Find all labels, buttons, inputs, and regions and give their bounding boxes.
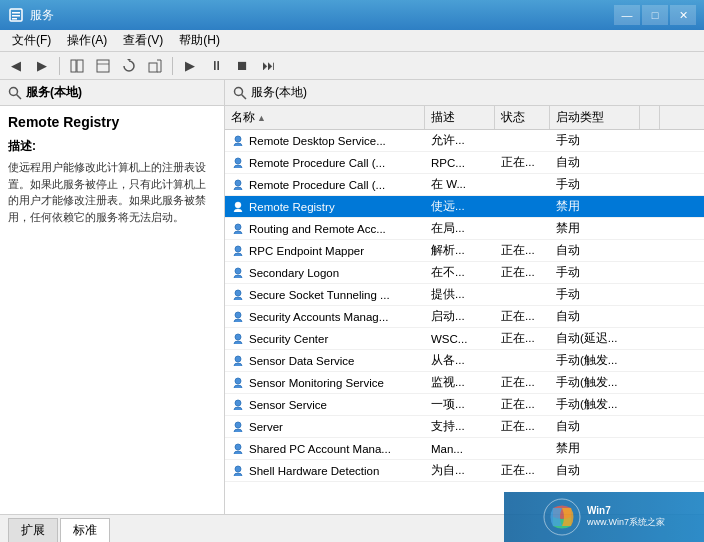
table-row[interactable]: Security Accounts Manag... 启动... 正在... 自… — [225, 306, 704, 328]
cell-status — [495, 350, 550, 371]
service-icon — [231, 200, 245, 214]
cell-startup: 手动 — [550, 174, 640, 195]
watermark-text: Win7 www.Win7系统之家 — [587, 505, 665, 529]
window-controls[interactable]: — □ ✕ — [614, 5, 696, 25]
menu-action[interactable]: 操作(A) — [59, 30, 115, 51]
cell-startup: 自动 — [550, 152, 640, 173]
table-row[interactable]: Shared PC Account Mana... Man... 禁用 — [225, 438, 704, 460]
menu-file[interactable]: 文件(F) — [4, 30, 59, 51]
cell-desc: 解析... — [425, 240, 495, 261]
service-icon — [231, 464, 245, 478]
menu-view[interactable]: 查看(V) — [115, 30, 171, 51]
col-startup[interactable]: 启动类型 — [550, 106, 640, 129]
cell-name: Remote Procedure Call (... — [225, 152, 425, 173]
service-icon — [231, 222, 245, 236]
svg-rect-6 — [97, 60, 109, 72]
cell-desc: 监视... — [425, 372, 495, 393]
svg-rect-4 — [71, 60, 76, 72]
col-desc[interactable]: 描述 — [425, 106, 495, 129]
svg-point-22 — [235, 312, 241, 318]
table-row[interactable]: Remote Registry 使远... 禁用 — [225, 196, 704, 218]
table-row[interactable]: Remote Procedure Call (... RPC... 正在... … — [225, 152, 704, 174]
cell-pad — [640, 460, 660, 481]
cell-status: 正在... — [495, 240, 550, 261]
table-row[interactable]: Secondary Logon 在不... 正在... 手动 — [225, 262, 704, 284]
table-row[interactable]: Remote Procedure Call (... 在 W... 手动 — [225, 174, 704, 196]
cell-pad — [640, 306, 660, 327]
svg-rect-5 — [77, 60, 83, 72]
svg-point-24 — [235, 356, 241, 362]
svg-point-15 — [235, 158, 241, 164]
col-name[interactable]: 名称 ▲ — [225, 106, 425, 129]
restart-button[interactable]: ⏭ — [256, 55, 280, 77]
selected-service-title: Remote Registry — [8, 114, 216, 130]
right-panel-header: 服务(本地) — [225, 80, 704, 106]
cell-status: 正在... — [495, 416, 550, 437]
cell-startup: 自动 — [550, 240, 640, 261]
back-button[interactable]: ◀ — [4, 55, 28, 77]
cell-startup: 禁用 — [550, 196, 640, 217]
table-body: Remote Desktop Service... 允许... 手动 Remot… — [225, 130, 704, 482]
cell-pad — [640, 130, 660, 151]
right-panel-title: 服务(本地) — [251, 84, 307, 101]
main-layout: 服务(本地) Remote Registry 描述: 使远程用户能修改此计算机上… — [0, 80, 704, 514]
cell-status: 正在... — [495, 152, 550, 173]
table-row[interactable]: Secure Socket Tunneling ... 提供... 手动 — [225, 284, 704, 306]
cell-pad — [640, 262, 660, 283]
bottom-tabs: 扩展 标准 Win7 www.Win7系统之家 — [0, 514, 704, 542]
cell-startup: 手动(触发... — [550, 394, 640, 415]
table-row[interactable]: Shell Hardware Detection 为自... 正在... 自动 — [225, 460, 704, 482]
table-row[interactable]: RPC Endpoint Mapper 解析... 正在... 自动 — [225, 240, 704, 262]
cell-name: Sensor Service — [225, 394, 425, 415]
cell-desc: 为自... — [425, 460, 495, 481]
stop-button[interactable]: ⏹ — [230, 55, 254, 77]
table-row[interactable]: Sensor Service 一项... 正在... 手动(触发... — [225, 394, 704, 416]
cell-status — [495, 284, 550, 305]
title-bar: 服务 — □ ✕ — [0, 0, 704, 30]
cell-status — [495, 174, 550, 195]
cell-pad — [640, 284, 660, 305]
table-row[interactable]: Security Center WSC... 正在... 自动(延迟... — [225, 328, 704, 350]
svg-line-11 — [17, 94, 22, 99]
cell-desc: 一项... — [425, 394, 495, 415]
cell-pad — [640, 240, 660, 261]
table-row[interactable]: Routing and Remote Acc... 在局... 禁用 — [225, 218, 704, 240]
svg-rect-9 — [149, 63, 157, 72]
play-button[interactable]: ▶ — [178, 55, 202, 77]
table-row[interactable]: Remote Desktop Service... 允许... 手动 — [225, 130, 704, 152]
cell-status — [495, 196, 550, 217]
cell-name: Remote Registry — [225, 196, 425, 217]
table-row[interactable]: Sensor Monitoring Service 监视... 正在... 手动… — [225, 372, 704, 394]
menu-help[interactable]: 帮助(H) — [171, 30, 228, 51]
cell-desc: 在不... — [425, 262, 495, 283]
cell-desc: 在局... — [425, 218, 495, 239]
svg-point-17 — [235, 202, 241, 208]
tab-standard[interactable]: 标准 — [60, 518, 110, 542]
cell-name: Secure Socket Tunneling ... — [225, 284, 425, 305]
cell-startup: 自动 — [550, 416, 640, 437]
service-icon — [231, 244, 245, 258]
table-row[interactable]: Sensor Data Service 从各... 手动(触发... — [225, 350, 704, 372]
forward-button[interactable]: ▶ — [30, 55, 54, 77]
cell-name: Server — [225, 416, 425, 437]
services-table[interactable]: 名称 ▲ 描述 状态 启动类型 Remote Desktop Servi — [225, 106, 704, 514]
view-button[interactable] — [91, 55, 115, 77]
tab-expand[interactable]: 扩展 — [8, 518, 58, 542]
minimize-button[interactable]: — — [614, 5, 640, 25]
refresh-button[interactable] — [117, 55, 141, 77]
cell-startup: 自动(延迟... — [550, 328, 640, 349]
export-button[interactable] — [143, 55, 167, 77]
table-row[interactable]: Server 支持... 正在... 自动 — [225, 416, 704, 438]
close-button[interactable]: ✕ — [670, 5, 696, 25]
watermark-site: www.Win7系统之家 — [587, 516, 665, 529]
maximize-button[interactable]: □ — [642, 5, 668, 25]
cell-desc: 在 W... — [425, 174, 495, 195]
pause-button[interactable]: ⏸ — [204, 55, 228, 77]
show-hide-button[interactable] — [65, 55, 89, 77]
cell-startup: 手动 — [550, 284, 640, 305]
svg-point-16 — [235, 180, 241, 186]
service-icon — [231, 398, 245, 412]
search-icon — [8, 86, 22, 100]
col-status[interactable]: 状态 — [495, 106, 550, 129]
search-icon-right — [233, 86, 247, 100]
